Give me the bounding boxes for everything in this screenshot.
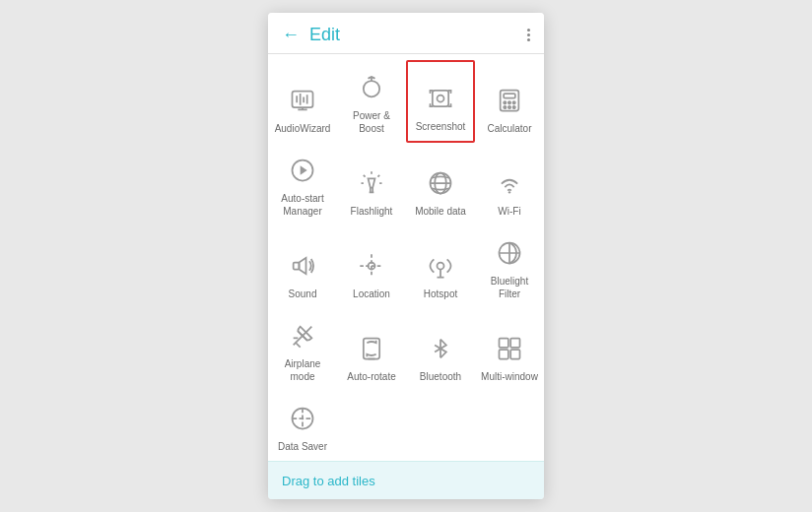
tile-calculator[interactable]: Calculator [475, 60, 544, 143]
screenshot-icon [423, 81, 458, 116]
svg-point-44 [438, 263, 444, 270]
more-button[interactable] [527, 29, 530, 41]
tile-label-screenshot: Screenshot [416, 120, 466, 133]
svg-line-28 [377, 175, 379, 177]
svg-line-50 [296, 343, 301, 348]
tiles-grid: AudioWizardPower & BoostScreenshotCalcul… [268, 60, 544, 461]
svg-rect-54 [500, 339, 508, 348]
tile-label-datasaver: Data Saver [278, 440, 327, 453]
tile-multiwindow[interactable]: Multi-window [475, 308, 544, 391]
tile-label-wifi: Wi-Fi [498, 205, 520, 218]
svg-line-29 [364, 175, 366, 177]
tile-autorotate[interactable]: Auto-rotate [337, 308, 406, 391]
tile-location[interactable]: Location [337, 225, 406, 308]
tile-label-location: Location [353, 288, 390, 300]
svg-point-22 [513, 101, 515, 103]
drag-area: Drag to add tiles [268, 461, 544, 499]
drag-label: Drag to add tiles [282, 474, 375, 488]
sound-icon [285, 248, 320, 284]
datasaver-icon [285, 401, 320, 436]
tiles-area: AudioWizardPower & BoostScreenshotCalcul… [268, 54, 544, 461]
tile-autostart[interactable]: Auto-start Manager [268, 143, 337, 225]
svg-point-25 [513, 106, 515, 108]
svg-rect-55 [510, 339, 519, 348]
svg-point-7 [364, 81, 379, 96]
tile-audiowizard[interactable]: AudioWizard [268, 60, 337, 143]
tile-hotspot[interactable]: Hotspot [406, 225, 475, 308]
tile-label-autostart: Auto-start Manager [272, 192, 333, 218]
tile-bluelight[interactable]: Bluelight Filter [475, 225, 544, 308]
svg-point-23 [504, 106, 506, 108]
bluetooth-icon [423, 331, 458, 366]
header: ← Edit [268, 13, 544, 54]
svg-point-38 [508, 191, 510, 193]
tile-mobiledata[interactable]: Mobile data [406, 143, 475, 225]
svg-point-9 [438, 96, 444, 102]
svg-rect-0 [293, 92, 313, 107]
power-icon [354, 70, 389, 105]
tile-label-audiowizard: AudioWizard [275, 122, 331, 135]
wifi-icon [492, 165, 527, 201]
tile-label-hotspot: Hotspot [424, 288, 457, 300]
tile-label-mobiledata: Mobile data [415, 205, 466, 218]
phone-frame: ← Edit AudioWizardPower & BoostScreensho… [268, 13, 544, 499]
mobiledata-icon [423, 165, 458, 201]
svg-point-24 [508, 106, 510, 108]
tile-label-power-boost: Power & Boost [341, 109, 402, 135]
svg-rect-56 [500, 350, 508, 358]
tile-label-bluetooth: Bluetooth [420, 370, 461, 383]
tile-label-flashlight: Flashlight [351, 205, 393, 218]
autostart-icon [285, 153, 320, 188]
tile-label-sound: Sound [289, 288, 317, 300]
tile-label-autorotate: Auto-rotate [347, 370, 395, 383]
tile-label-airplane: Airplane mode [272, 357, 333, 383]
tile-label-bluelight: Bluelight Filter [479, 275, 540, 300]
autorotate-icon [354, 331, 389, 366]
svg-rect-8 [433, 91, 448, 106]
svg-point-21 [508, 101, 510, 103]
tile-flashlight[interactable]: Flashlight [337, 143, 406, 225]
back-button[interactable]: ← [282, 25, 300, 45]
svg-point-20 [504, 101, 506, 103]
svg-rect-19 [504, 94, 515, 98]
tile-screenshot[interactable]: Screenshot [406, 60, 475, 143]
tile-bluetooth[interactable]: Bluetooth [406, 308, 475, 391]
hotspot-icon [423, 248, 458, 284]
tile-power-boost[interactable]: Power & Boost [337, 60, 406, 143]
airplane-icon [285, 318, 320, 353]
audiowizard-icon [285, 83, 320, 118]
bluelight-icon [492, 235, 527, 271]
calculator-icon [492, 83, 527, 118]
tile-datasaver[interactable]: Data Saver [268, 391, 337, 461]
tile-label-calculator: Calculator [487, 122, 531, 135]
page-title: Edit [309, 25, 517, 45]
multiwindow-icon [492, 331, 527, 366]
location-icon [354, 248, 389, 284]
tile-sound[interactable]: Sound [268, 225, 337, 308]
tile-airplane[interactable]: Airplane mode [268, 308, 337, 391]
tile-label-multiwindow: Multi-window [481, 370, 538, 383]
svg-rect-57 [510, 350, 519, 358]
tile-wifi[interactable]: Wi-Fi [475, 143, 544, 225]
flashlight-icon [354, 165, 389, 201]
